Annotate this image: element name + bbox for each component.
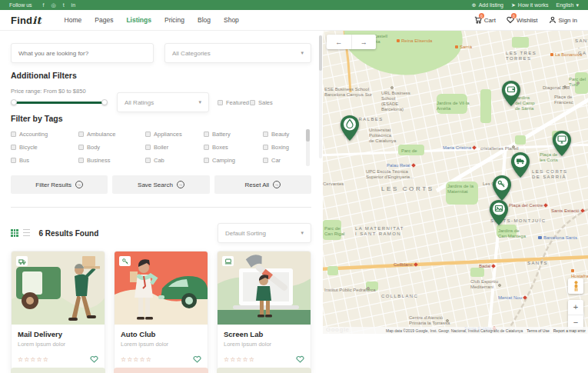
tag-checkbox-battery[interactable]: Battery bbox=[204, 131, 263, 138]
price-range-slider[interactable] bbox=[11, 99, 108, 105]
tag-checkbox-boiler[interactable]: Boiler bbox=[145, 144, 204, 151]
nav-item-pages[interactable]: Pages bbox=[95, 16, 113, 24]
tag-checkbox-car[interactable]: Car bbox=[263, 157, 305, 164]
how-it-works-button[interactable]: ➤ How it works bbox=[511, 2, 549, 8]
signin-button[interactable]: Sign in bbox=[549, 16, 577, 24]
metro-station-icon bbox=[544, 203, 549, 208]
favorite-heart-button[interactable] bbox=[296, 352, 304, 366]
map-pin-monitor[interactable] bbox=[552, 131, 572, 157]
slider-handle-max[interactable] bbox=[101, 99, 108, 105]
tag-checkbox-bus[interactable]: Bus bbox=[11, 157, 78, 164]
terms-of-use-link[interactable]: Terms of Use bbox=[527, 328, 549, 333]
map-label: COLLBLANC bbox=[381, 294, 418, 299]
map-label: LES CORTS bbox=[381, 186, 434, 191]
map[interactable]: ← → + − Google Map data ©2019 Google, In… bbox=[323, 31, 588, 334]
search-input[interactable] bbox=[18, 50, 146, 57]
grid-view-button[interactable] bbox=[11, 229, 18, 237]
wishlist-count-badge: 0 bbox=[511, 13, 517, 18]
tag-checkbox-beauty[interactable]: Beauty bbox=[263, 131, 305, 138]
chevron-down-icon: ▾ bbox=[301, 230, 304, 236]
featured-checkbox[interactable]: Featured bbox=[218, 99, 249, 106]
map-label: LES TRES TORRES bbox=[506, 51, 537, 62]
add-listing-button[interactable]: ⊕ Add listing bbox=[472, 2, 503, 8]
list-view-button[interactable] bbox=[23, 229, 30, 238]
card-subtitle: Lorem ipsum dolor bbox=[121, 341, 201, 348]
nav-item-blog[interactable]: Blog bbox=[198, 16, 211, 24]
checkbox-icon bbox=[11, 145, 16, 150]
facebook-icon[interactable]: f bbox=[43, 2, 45, 8]
wishlist-button[interactable]: 0 Wishlist bbox=[507, 16, 538, 24]
map-label: Reina Elisenda bbox=[397, 38, 432, 44]
nav-item-shop[interactable]: Shop bbox=[224, 16, 239, 24]
nav-item-pricing[interactable]: Pricing bbox=[164, 16, 184, 24]
tag-checkbox-accounting[interactable]: Accounting bbox=[11, 131, 78, 138]
tag-checkbox-body[interactable]: Body bbox=[78, 144, 145, 151]
map-pin-key[interactable] bbox=[492, 175, 512, 201]
divider bbox=[11, 207, 311, 208]
map-pin-wallet[interactable] bbox=[501, 81, 521, 107]
listing-card-mail-delivery[interactable]: Mail Delivery Lorem ipsum dolor ☆☆☆☆☆ bbox=[11, 251, 105, 373]
instagram-icon[interactable]: ◎ bbox=[51, 2, 56, 8]
cart-button[interactable]: 0 Cart bbox=[474, 16, 496, 24]
map-pin-image[interactable] bbox=[489, 200, 509, 226]
checkbox-icon bbox=[145, 158, 151, 163]
listing-card-screen-lab[interactable]: Screen Lab Lorem ipsum dolor ☆☆☆☆☆ bbox=[217, 251, 311, 373]
main-nav: HomePagesListingsPricingBlogShop bbox=[65, 16, 239, 24]
tag-checkbox-bicycle[interactable]: Bicycle bbox=[11, 144, 78, 151]
results-grid: Mail Delivery Lorem ipsum dolor ☆☆☆☆☆ bbox=[11, 251, 311, 373]
checkbox-icon bbox=[78, 132, 84, 137]
tags-scrollbar[interactable] bbox=[306, 129, 310, 166]
slider-handle-min[interactable] bbox=[11, 99, 17, 105]
sales-checkbox[interactable]: Sales bbox=[250, 99, 273, 106]
map-forward-button[interactable]: → bbox=[352, 35, 377, 49]
map-pin-drop[interactable] bbox=[340, 115, 360, 142]
map-label: Maria Cristina bbox=[443, 145, 476, 151]
tag-checkbox-appliances[interactable]: Appliances bbox=[145, 131, 204, 138]
nav-item-listings[interactable]: Listings bbox=[126, 16, 151, 24]
checkbox-icon bbox=[11, 158, 16, 163]
map-back-button[interactable]: ← bbox=[327, 35, 352, 49]
tag-checkbox-ambulance[interactable]: Ambulance bbox=[78, 131, 145, 138]
pegman-control[interactable] bbox=[568, 278, 583, 294]
card-subtitle: Lorem ipsum dolor bbox=[18, 341, 98, 348]
ratings-select[interactable]: All Ratings ▾ bbox=[117, 92, 209, 112]
price-range-label: Price range: From $0 to $850 bbox=[11, 88, 86, 95]
metro-station-icon bbox=[492, 264, 497, 268]
tag-checkbox-camping[interactable]: Camping bbox=[204, 157, 263, 164]
report-map-error-link[interactable]: Report a map error bbox=[553, 328, 586, 333]
save-search-button[interactable]: Save Search→ bbox=[112, 175, 209, 194]
scrollbar-thumb[interactable] bbox=[306, 129, 310, 142]
tag-checkbox-boxes[interactable]: Boxes bbox=[204, 144, 263, 151]
card-illustration bbox=[218, 251, 311, 325]
category-select[interactable]: All Categories ▾ bbox=[164, 43, 311, 63]
tag-checkbox-cab[interactable]: Cab bbox=[145, 157, 204, 164]
twitter-icon[interactable]: t bbox=[63, 2, 65, 8]
nav-item-home[interactable]: Home bbox=[65, 16, 82, 24]
map-label: Collblanc bbox=[394, 262, 417, 268]
map-pin-truck[interactable] bbox=[510, 152, 530, 178]
linkedin-icon[interactable]: in bbox=[71, 2, 75, 8]
tag-checkbox-boxing[interactable]: Boxing bbox=[263, 144, 305, 151]
truck-icon bbox=[16, 256, 28, 266]
paper-plane-icon: ➤ bbox=[511, 2, 516, 8]
filter-results-button[interactable]: Filter Results→ bbox=[11, 175, 108, 194]
zoom-in-button[interactable]: + bbox=[568, 300, 583, 315]
favorite-heart-button[interactable] bbox=[193, 352, 201, 366]
panel-scrollbar[interactable] bbox=[319, 35, 322, 158]
logo[interactable]: Findit bbox=[11, 15, 42, 26]
favorite-heart-button[interactable] bbox=[90, 352, 98, 366]
listing-card-auto-club[interactable]: Auto Club Lorem ipsum dolor ☆☆☆☆☆ bbox=[114, 251, 208, 373]
card-illustration bbox=[12, 251, 105, 325]
card-subtitle: Lorem ipsum dolor bbox=[224, 341, 304, 348]
language-select[interactable]: English ▾ bbox=[556, 2, 579, 8]
tag-checkbox-business[interactable]: Business bbox=[78, 157, 145, 164]
map-label: Jardins de Can Mantega bbox=[498, 228, 526, 239]
checkbox-icon bbox=[250, 100, 255, 105]
map-label: Club Esportiu Mediterrani bbox=[470, 279, 498, 290]
checkbox-icon bbox=[204, 132, 209, 137]
map-label: Badal bbox=[479, 264, 495, 269]
sorting-select[interactable]: Default Sorting ▾ bbox=[218, 223, 311, 243]
rating-stars: ☆☆☆☆☆ bbox=[121, 356, 152, 363]
map-label: Parc del Turó bbox=[569, 77, 588, 88]
reset-all-button[interactable]: Reset All→ bbox=[214, 175, 311, 194]
